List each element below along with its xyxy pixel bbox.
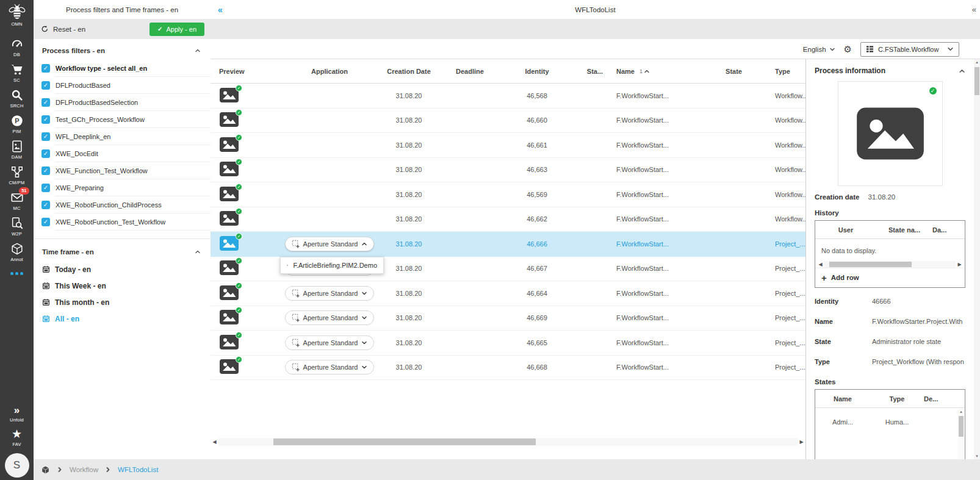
column-header[interactable]: Application — [281, 68, 378, 75]
application-launch-button[interactable]: Aperture Standard — [285, 335, 375, 350]
checkbox-checked[interactable]: ✓ — [41, 201, 50, 209]
process-information-header[interactable]: Process information — [815, 66, 965, 75]
rail-item-dam[interactable]: DAM — [10, 140, 24, 160]
workflow-type-filter-item[interactable]: ✓ DFLProductBased — [34, 77, 211, 94]
time-frame-item[interactable]: Today - en — [34, 261, 211, 278]
column-header-name[interactable]: Name1 — [616, 68, 693, 75]
rail-item-mc[interactable]: 51 MC — [10, 191, 24, 211]
module-cube-icon[interactable] — [41, 465, 50, 475]
add-row-button[interactable]: + Add row — [815, 268, 965, 287]
time-frame-item[interactable]: All - en — [34, 310, 211, 327]
time-frame-item[interactable]: This month - en — [34, 294, 211, 310]
scrollbar-thumb[interactable] — [829, 262, 912, 267]
rail-more-button[interactable] — [10, 272, 23, 275]
panel-vertical-scrollbar[interactable]: ▲ ▼ — [974, 59, 980, 459]
checkbox-checked[interactable]: ✓ — [41, 149, 50, 158]
rail-unfold-button[interactable]: » Unfold — [10, 405, 24, 423]
user-avatar[interactable]: S — [5, 453, 29, 478]
checkbox-checked[interactable]: ✓ — [41, 115, 50, 124]
application-launch-button[interactable]: Aperture Standard — [285, 286, 375, 301]
checkbox-checked[interactable]: ✓ — [41, 132, 50, 141]
table-row[interactable]: ✓ Aperture Standard 31.08.20 46,665 F.Wo… — [211, 331, 805, 356]
scrollbar-thumb[interactable] — [273, 439, 536, 445]
application-launch-button[interactable]: Aperture Standard — [285, 310, 375, 325]
scroll-right-arrow[interactable]: ▶ — [798, 438, 805, 446]
column-header[interactable]: State — [693, 68, 775, 75]
scroll-right-arrow[interactable]: ▶ — [956, 261, 964, 268]
scroll-left-arrow[interactable]: ◀ — [816, 261, 824, 268]
chevron-down-icon — [829, 46, 835, 52]
process-filters-section-header[interactable]: Process filters - en — [34, 41, 211, 60]
workflow-type-filter-item[interactable]: ✓ XWE_Function_Test_Workflow — [34, 162, 211, 179]
collapse-right-panel-button[interactable]: « — [972, 5, 976, 14]
scroll-down-arrow[interactable]: ▼ — [975, 453, 979, 459]
chevron-down-icon — [361, 315, 367, 321]
scroll-left-arrow[interactable]: ◀ — [211, 438, 218, 446]
table-row[interactable]: ✓ Aperture Standard 31.08.20 46,666 F.Wo… — [211, 232, 805, 257]
checkbox-checked[interactable]: ✓ — [41, 218, 50, 226]
breadcrumb-workflow[interactable]: Workflow — [70, 466, 98, 473]
workflow-type-filter-item[interactable]: ✓ XWE_RobotFunction_ChildProcess — [34, 196, 211, 213]
table-row[interactable]: ✓ Aperture Standard 31.08.20 46,664 F.Wo… — [211, 281, 805, 306]
rail-item-db[interactable]: DB — [10, 37, 24, 57]
apply-button[interactable]: ✓ Apply - en — [150, 23, 204, 36]
table-row[interactable]: ✓ 31.08.20 46,663 F.WorkflowStart... Wor… — [211, 158, 805, 183]
workflow-type-filter-item[interactable]: ✓ WFL_Deeplink_en — [34, 128, 211, 145]
table-row[interactable]: ✓ 31.08.20 46,661 F.WorkflowStart... Wor… — [211, 133, 805, 158]
column-header[interactable]: Creation Date — [378, 68, 439, 75]
rail-item-w2p[interactable]: W2P — [10, 217, 24, 237]
workflow-type-filter-item[interactable]: ✓ XWE_Preparing — [34, 179, 211, 196]
rail-item-sc[interactable]: SC — [10, 63, 24, 83]
checkbox-checked[interactable]: ✓ — [41, 167, 50, 175]
scrollbar-thumb[interactable] — [975, 67, 979, 95]
rail-item-cmpm[interactable]: CM/PM — [9, 165, 25, 185]
states-table-row[interactable]: Admi... Huma... — [815, 408, 965, 426]
column-header[interactable]: Deadline — [439, 68, 500, 75]
scrollbar-track[interactable] — [218, 438, 798, 446]
collapse-left-panel-button[interactable]: « — [218, 5, 223, 15]
column-header[interactable]: Preview — [211, 68, 281, 75]
table-row[interactable]: ✓ 31.08.20 46,662 F.WorkflowStart... Wor… — [211, 207, 805, 232]
table-view-select[interactable]: C.FSTable.Workflow — [860, 42, 959, 57]
column-header[interactable]: Type — [775, 68, 805, 75]
name-cell: F.WorkflowStart... — [616, 116, 693, 124]
workflow-type-filter-item[interactable]: ✓ XWE_RobotFunction_Test_Workflow — [34, 213, 211, 231]
table-row[interactable]: ✓ Aperture Standard 31.08.20 46,668 F.Wo… — [211, 356, 805, 381]
breadcrumb-wfltodolist[interactable]: WFLTodoList — [118, 466, 158, 473]
scroll-up-arrow[interactable]: ▲ — [959, 409, 963, 415]
application-launch-button[interactable]: Aperture Standard — [285, 237, 375, 251]
language-dropdown[interactable]: English — [803, 46, 835, 53]
application-menu[interactable]: F.ArticleBriefing.PIM2.Demo — [280, 257, 384, 274]
rail-item-pim[interactable]: P PIM — [10, 114, 24, 134]
rail-item-srch[interactable]: SRCH — [10, 88, 23, 109]
scroll-up-arrow[interactable]: ▲ — [975, 59, 979, 65]
workflow-type-filter-item[interactable]: ✓ Workflow type - select all_en — [34, 60, 211, 77]
reset-button[interactable]: Reset - en — [41, 25, 85, 33]
table-horizontal-scrollbar[interactable]: ◀ ▶ — [211, 438, 805, 446]
time-frame-item[interactable]: This Week - en — [34, 278, 211, 294]
filters-panel: Process filters and Time frames - en Res… — [34, 0, 211, 459]
rail-item-annot[interactable]: Annot — [10, 242, 24, 262]
checkbox-checked[interactable]: ✓ — [41, 98, 50, 107]
column-header[interactable]: Sta... — [574, 68, 616, 75]
workflow-type-filter-item[interactable]: ✓ DFLProductBasedSelection — [34, 94, 211, 111]
time-frame-section-header[interactable]: Time frame - en — [34, 243, 211, 261]
history-horizontal-scrollbar[interactable]: ◀ ▶ — [816, 261, 964, 268]
settings-gear-icon[interactable]: ⚙ — [844, 45, 852, 54]
workflow-type-filter-item[interactable]: ✓ Test_GCh_Process_Workflow — [34, 111, 211, 128]
checkbox-checked[interactable]: ✓ — [41, 184, 50, 192]
checkbox-checked[interactable]: ✓ — [41, 81, 50, 90]
states-vertical-scrollbar[interactable]: ▲ — [958, 409, 964, 459]
table-row[interactable]: ✓ 31.08.20 46,660 F.WorkflowStart... Wor… — [211, 109, 805, 134]
scrollbar-thumb[interactable] — [959, 416, 964, 437]
rail-logo-omn[interactable]: OMN — [8, 4, 26, 27]
rail-fav-button[interactable]: ★ FAV — [12, 428, 22, 447]
scrollbar-track[interactable] — [824, 261, 956, 268]
application-launch-button[interactable]: Aperture Standard — [285, 360, 375, 374]
workflow-type-filter-item[interactable]: ✓ XWE_DocEdit — [34, 145, 211, 162]
table-row[interactable]: ✓ 31.08.20 46,569 F.WorkflowStart... Wor… — [211, 182, 805, 207]
checkbox-checked[interactable]: ✓ — [41, 64, 50, 73]
column-header[interactable]: Identity — [500, 68, 574, 75]
table-row[interactable]: ✓ Aperture Standard 31.08.20 46,669 F.Wo… — [211, 306, 805, 331]
table-row[interactable]: ✓ 31.08.20 46,568 F.WorkflowStart... Wor… — [211, 84, 805, 109]
